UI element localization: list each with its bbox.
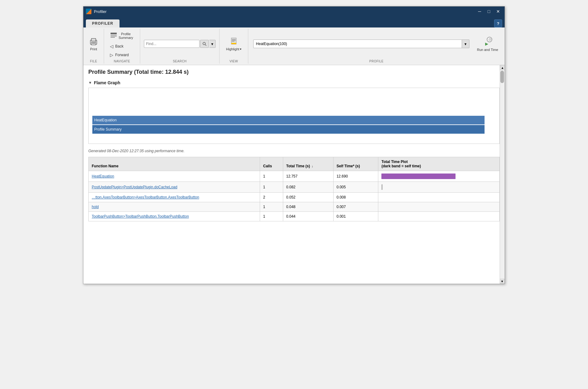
th-total-time[interactable]: Total Time (s) ↓ [283, 157, 333, 171]
cell-function-name-1[interactable]: PostUpdatePlugin>PostUpdatePlugin.doCach… [89, 182, 260, 193]
th-self-time: Self Time* (s) [333, 157, 378, 171]
forward-icon: ▷ [110, 52, 113, 57]
scrollbar-area [500, 70, 505, 279]
cell-time-bar-0 [378, 171, 500, 182]
cell-time-bar-4 [378, 212, 500, 221]
search-section: ▾ SEARCH [140, 29, 220, 64]
forward-button[interactable]: ▷ Forward [107, 51, 132, 59]
scroll-down-button[interactable]: ▼ [500, 279, 505, 284]
highlight-button[interactable]: Highlight ▾ [222, 35, 246, 52]
cell-self-time-0: 12.690 [333, 171, 378, 182]
page-title: Profile Summary (Total time: 12.844 s) [88, 69, 500, 75]
matlab-icon [86, 9, 91, 14]
scroll-up-button[interactable]: ▲ [500, 65, 505, 70]
cell-total-time-4: 0.044 [283, 212, 333, 221]
print-icon [89, 37, 99, 47]
cell-calls-4: 1 [260, 212, 283, 221]
flame-graph-label: Flame Graph [94, 80, 120, 85]
profile-table: Function Name Calls Total Time (s) ↓ Sel… [88, 157, 500, 221]
svg-rect-6 [111, 33, 117, 34]
th-calls: Calls [260, 157, 283, 171]
cell-function-name-3[interactable]: hold [89, 202, 260, 212]
profile-items: ▾ ⏱ Run and Time [251, 29, 502, 59]
svg-line-11 [205, 44, 206, 46]
print-button[interactable]: Print [86, 35, 101, 52]
cell-self-time-4: 0.001 [333, 212, 378, 221]
svg-rect-4 [92, 44, 95, 44]
scrollbar-thumb[interactable] [500, 71, 504, 83]
link-function-1[interactable]: PostUpdatePlugin>PostUpdatePlugin.doCach… [92, 185, 177, 189]
collapse-arrow-icon: ▼ [88, 81, 92, 85]
content-inner: Profile Summary (Total time: 12.844 s) ▼… [83, 65, 505, 225]
search-icon-button[interactable] [200, 40, 209, 48]
svg-rect-8 [111, 36, 117, 36]
th-total-time-plot: Total Time Plot(dark band = self time) [378, 157, 500, 171]
link-function-3[interactable]: hold [92, 205, 99, 209]
cell-self-time-3: 0.007 [333, 202, 378, 212]
profiler-window: Profiler ─ □ ✕ PROFILER ? [83, 6, 505, 284]
th-function-name-label: Function Name [92, 164, 119, 168]
print-label: Print [90, 47, 97, 51]
back-icon: ◁ [110, 44, 113, 49]
svg-marker-20 [485, 43, 488, 46]
view-section: Highlight ▾ VIEW [220, 29, 248, 64]
cell-time-bar-3 [378, 202, 500, 212]
profile-summary-label: ProfileSummary [119, 32, 133, 40]
run-and-time-label: Run and Time [477, 48, 498, 52]
flame-bar-heatequation[interactable]: HeatEquation [92, 116, 485, 124]
cell-total-time-0: 12.757 [283, 171, 333, 182]
th-self-time-label: Self Time* (s) [337, 164, 360, 168]
back-button[interactable]: ◁ Back [107, 42, 127, 50]
title-bar: Profiler ─ □ ✕ [83, 6, 505, 16]
view-items: Highlight ▾ [222, 29, 246, 59]
link-function-2[interactable]: …tton.AxesToolbarButton>AxesToolbarButto… [92, 195, 199, 199]
search-input[interactable] [144, 40, 200, 48]
minimize-button[interactable]: ─ [476, 8, 484, 15]
link-function-4[interactable]: ToolbarPushButton>ToolbarPushButton.Tool… [92, 214, 189, 219]
cell-function-name-0[interactable]: HeatEquation [89, 171, 260, 182]
cell-function-name-2[interactable]: …tton.AxesToolbarButton>AxesToolbarButto… [89, 193, 260, 202]
cell-time-bar-1 [378, 182, 500, 193]
cell-total-time-3: 0.048 [283, 202, 333, 212]
link-function-0[interactable]: HeatEquation [92, 174, 114, 178]
profile-summary-button[interactable]: ProfileSummary [107, 30, 137, 42]
close-button[interactable]: ✕ [494, 8, 502, 15]
cell-calls-3: 1 [260, 202, 283, 212]
back-label: Back [115, 44, 124, 48]
flame-bar-profile-summary[interactable]: Profile Summary [92, 125, 485, 134]
profile-section-label: PROFILE [251, 59, 502, 64]
profile-input[interactable] [253, 40, 462, 48]
file-section: Print FILE [83, 29, 104, 64]
profiler-tab[interactable]: PROFILER [86, 19, 120, 27]
highlight-icon [229, 37, 239, 47]
flame-bar-label-heatequation: HeatEquation [94, 118, 117, 122]
cell-time-bar-2 [378, 193, 500, 202]
table-row: HeatEquation112.75712.690 [89, 171, 500, 182]
profile-input-dropdown-button[interactable]: ▾ [462, 40, 469, 48]
svg-rect-15 [232, 39, 236, 40]
content-area[interactable]: Profile Summary (Total time: 12.844 s) ▼… [83, 65, 505, 284]
svg-rect-9 [111, 37, 115, 38]
run-and-time-button[interactable]: ⏱ Run and Time [473, 35, 502, 53]
flame-graph-container: HeatEquation Profile Summary [88, 88, 500, 144]
table-row: ToolbarPushButton>ToolbarPushButton.Tool… [89, 212, 500, 221]
cell-function-name-4[interactable]: ToolbarPushButton>ToolbarPushButton.Tool… [89, 212, 260, 221]
search-dropdown-button[interactable]: ▾ [209, 40, 216, 48]
title-controls: ─ □ ✕ [476, 8, 502, 15]
search-area: ▾ [143, 39, 217, 49]
svg-rect-1 [91, 39, 96, 41]
tab-bar: PROFILER ? [83, 16, 505, 27]
maximize-button[interactable]: □ [485, 8, 493, 15]
flame-graph-section-header[interactable]: ▼ Flame Graph [88, 80, 500, 85]
flame-bar-label-profile-summary: Profile Summary [94, 127, 122, 132]
profile-section: ▾ ⏱ Run and Time PROFILE [248, 29, 505, 64]
profile-input-area: ▾ [251, 38, 472, 49]
svg-point-5 [95, 41, 96, 42]
cell-calls-1: 1 [260, 182, 283, 193]
help-button[interactable]: ? [494, 19, 502, 27]
run-icon: ⏱ [483, 36, 493, 47]
svg-point-10 [203, 42, 205, 45]
cell-calls-2: 2 [260, 193, 283, 202]
svg-rect-14 [231, 44, 236, 44]
cell-self-time-2: 0.008 [333, 193, 378, 202]
